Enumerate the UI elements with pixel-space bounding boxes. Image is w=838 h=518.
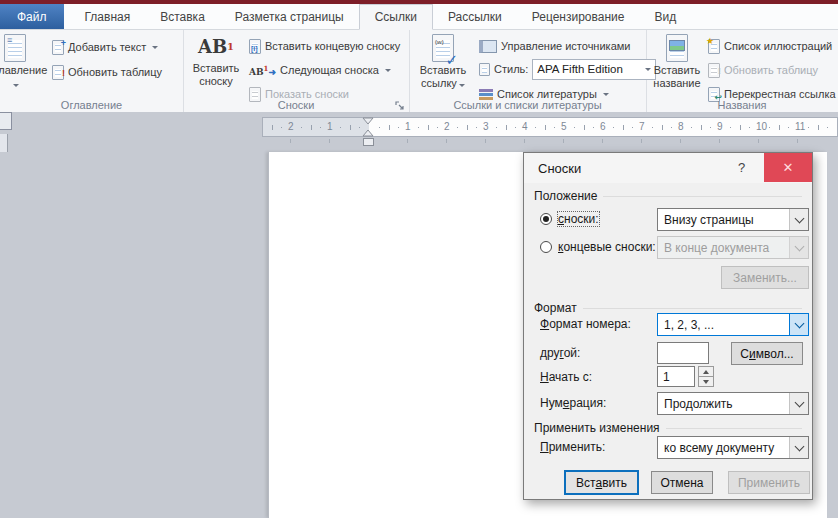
chevron-down-icon [459,84,465,87]
close-button[interactable]: ✕ [764,153,812,182]
ruler-number: 5 [561,121,567,132]
footnotes-dialog-launcher[interactable] [395,98,406,109]
chevron-down-icon[interactable] [789,393,808,414]
endnotes-radio-label[interactable]: концевые сноски: [558,240,656,254]
toc-button[interactable]: ≡ Оглавление [0,30,44,108]
caption-icon [648,34,706,62]
style-icon [479,63,490,76]
chevron-down-icon [603,93,609,96]
ribbon-tab-bar: ФайлГлавнаяВставкаРазметка страницыСсылк… [0,4,838,30]
start-at-spinner [698,366,714,387]
start-at-input[interactable]: 1 [657,366,695,387]
ruler-number: 9 [717,121,723,132]
chevron-down-icon[interactable] [789,314,808,335]
tab-review[interactable]: Рецензирование [517,4,640,29]
chevron-down-icon[interactable] [789,209,808,230]
location-legend: Положение [534,189,802,203]
insert-button[interactable]: Вставить [564,470,639,495]
chevron-down-icon[interactable] [789,437,808,458]
number-format-select[interactable]: 1, 2, 3, ... [657,313,809,336]
convert-button: Заменить... [721,266,809,289]
tab-view[interactable]: Вид [639,4,691,29]
table-of-figures-button[interactable]: ★ Список иллюстраций [708,37,832,55]
group-table-of-contents: ≡ Оглавление + Добавить текст ! Обновить… [0,30,184,112]
tab-mailings[interactable]: Рассылки [433,4,517,29]
group-label: Ссылки и списки литературы [409,99,646,111]
style-label: Стиль: [494,63,528,75]
numbering-select[interactable]: Продолжить [657,392,809,415]
tab-label: Рассылки [448,10,502,24]
help-button[interactable]: ? [738,160,745,175]
chevron-down-icon [789,237,808,258]
insert-endnote-button[interactable]: [i] Вставить концевую сноску [249,37,400,55]
cancel-button[interactable]: Отмена [651,471,713,494]
ruler-number: 2 [288,121,294,132]
update-table-icon: ! [708,63,720,78]
manage-sources-icon [479,40,497,53]
tab-label: Вид [654,10,676,24]
footnotes-dialog: Сноски ? ✕ Положение сноски: Внизу стран… [523,152,813,500]
apply-legend: Применить изменения [534,421,802,435]
endnotes-radio[interactable] [540,241,552,253]
numbering-label: Нумерация: [540,396,606,410]
ruler-number: 10 [756,121,767,132]
tab-label: Вставка [160,10,205,24]
ruler-number: 11 [795,121,805,132]
insert-caption-button[interactable]: Вставить название [648,30,706,108]
horizontal-ruler[interactable]: 211234567891011 [262,117,838,137]
tab-insert[interactable]: Вставка [145,4,220,29]
update-toc-button[interactable]: ! Обновить таблицу [52,63,162,81]
add-text-button[interactable]: + Добавить текст [52,38,158,56]
group-captions: Вставить название ★ Список иллюстраций !… [646,30,838,112]
footnotes-radio-label[interactable]: сноски: [558,212,599,226]
tab-label: Файл [17,10,47,24]
group-label: Сноски [183,99,409,111]
chevron-down-icon [13,84,19,87]
bibliography-icon [479,89,493,100]
ruler-number: 6 [600,121,606,132]
group-citations-bibliography: (w)✓ Вставить ссылку Управление источник… [409,30,647,112]
ribbon: ≡ Оглавление + Добавить текст ! Обновить… [0,30,838,113]
spinner-up-button[interactable] [698,366,714,377]
tab-file[interactable]: Файл [0,4,64,29]
chevron-down-icon [152,46,158,49]
apply-button: Применить [728,471,810,494]
ruler-number: 1 [405,121,411,132]
ruler-row: 211234567891011 [0,112,838,152]
group-label: Оглавление [0,99,183,111]
apply-to-select[interactable]: ко всему документу [657,436,809,459]
start-at-label: Начать с: [540,370,592,384]
next-footnote-button[interactable]: AB1➜ Следующая сноска [249,61,391,79]
footnote-ab1-icon: AB1 [185,34,247,60]
manage-sources-button[interactable]: Управление источниками [479,37,630,55]
tab-page-layout[interactable]: Разметка страницы [220,4,359,29]
tab-home[interactable]: Главная [70,4,146,29]
ruler-number: 8 [678,121,684,132]
add-text-icon: + [52,40,64,55]
indent-marker[interactable] [362,117,374,137]
spinner-down-button[interactable] [698,377,714,387]
custom-mark-input[interactable] [657,342,709,364]
insert-footnote-button[interactable]: AB1 Вставить сноску [185,30,247,108]
ruler-number: 2 [444,121,450,132]
update-table-button: ! Обновить таблицу [708,61,818,79]
group-footnotes: AB1 Вставить сноску [i] Вставить концеву… [183,30,410,112]
style-combobox[interactable]: APA Fifth Edition [532,59,656,80]
table-of-figures-icon: ★ [708,39,720,54]
toc-icon: ≡ [0,34,44,62]
dialog-title: Сноски [538,161,581,176]
footnotes-radio[interactable] [540,213,552,225]
tab-references[interactable]: Ссылки [359,4,433,30]
ruler-number: 1 [327,121,333,132]
update-table-icon: ! [52,65,64,80]
next-footnote-icon: AB1➜ [249,64,276,77]
tab-label: Ссылки [375,10,417,24]
footnotes-location-select[interactable]: Внизу страницы [657,208,809,231]
word-window: ФайлГлавнаяВставкаРазметка страницыСсылк… [0,0,838,518]
tab-label: Рецензирование [532,10,625,24]
dialog-titlebar[interactable]: Сноски ? ✕ [524,153,812,183]
group-label: Названия [646,99,838,111]
symbol-button[interactable]: Символ... [731,342,803,365]
left-indent-marker[interactable] [363,138,374,146]
insert-citation-button[interactable]: (w)✓ Вставить ссылку [411,30,475,108]
